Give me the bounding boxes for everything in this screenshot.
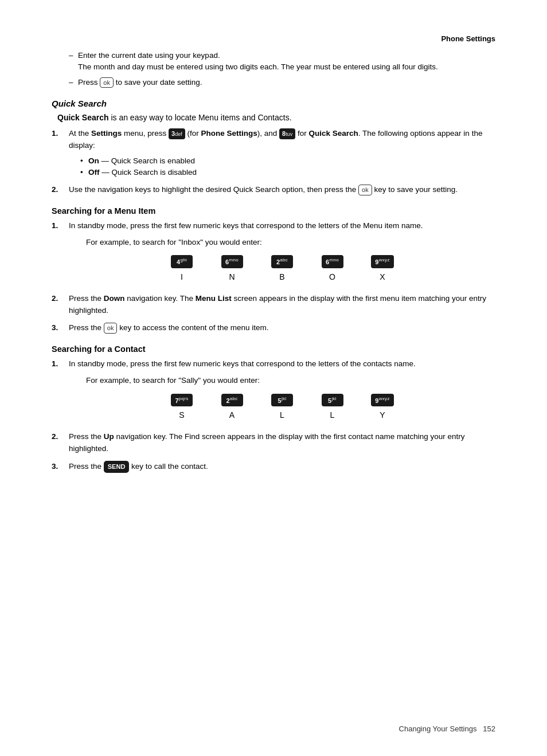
key-col-x: 9wxyz X	[362, 255, 403, 283]
option-off: Off — Quick Search is disabled	[80, 167, 495, 178]
key-9wxyz-2: 9wxyz	[371, 394, 393, 407]
key-col-a: 2abc A	[212, 394, 252, 422]
page: Phone Settings Enter the current date us…	[0, 0, 547, 756]
key-col-s: 7pqrs S	[162, 394, 202, 422]
contact-step-2: 2. Press the Up navigation key. The Find…	[52, 431, 495, 455]
letter-l1: L	[280, 409, 284, 422]
key-5jkl: 5jkl	[271, 394, 293, 407]
key-8tuv: 8tuv	[279, 128, 295, 139]
section-title: Quick Search	[52, 99, 495, 108]
contact-step-3: 3. Press the SEND key to call the contac…	[52, 461, 495, 473]
key-col-l1: 5jkl L	[262, 394, 302, 422]
letter-b: B	[279, 271, 284, 284]
key-col-o: 6mno O	[312, 255, 353, 283]
inbox-example-text: For example, to search for "Inbox" you w…	[86, 237, 495, 248]
preamble-item-1: Enter the current date using your keypad…	[69, 50, 495, 73]
ok-key-step2: ok	[358, 185, 372, 195]
menu-item-steps: 1. In standby mode, press the first few …	[52, 220, 495, 334]
key-4ghi: 4ghi	[171, 255, 193, 268]
menu-step-3: 3. Press the ok key to access the conten…	[52, 322, 495, 334]
key-6mno: 6mno	[221, 255, 243, 268]
key-2abc-2: 2abc	[221, 394, 243, 407]
sally-example-text: For example, to search for "Sally" you w…	[86, 375, 495, 386]
inbox-key-row: 4ghi I 6mno N 2abc B 6mno O 9wxyz X	[162, 255, 403, 283]
key-6mno-2: 6mno	[322, 255, 343, 268]
letter-a: A	[229, 409, 235, 422]
ok-key-menu-step3: ok	[104, 323, 118, 334]
page-footer: Changing Your Settings 152	[399, 724, 495, 733]
key-5jkl-2: 5jkl	[322, 394, 343, 407]
subsection-menu-item-title: Searching for a Menu Item	[52, 206, 495, 216]
page-number: 152	[483, 724, 495, 733]
main-step-1: 1. At the Settings menu, press 3def (for…	[52, 128, 495, 178]
preamble-item-2: Press ok to save your date setting.	[69, 77, 495, 88]
intro-rest: is an easy way to locate Menu items and …	[111, 113, 291, 122]
letter-o: O	[329, 271, 335, 284]
contact-steps: 1. In standby mode, press the first few …	[52, 358, 495, 472]
key-col-l2: 5jkl L	[312, 394, 353, 422]
letter-n: N	[229, 271, 235, 284]
header-title: Phone Settings	[441, 34, 495, 43]
main-steps: 1. At the Settings menu, press 3def (for…	[52, 128, 495, 196]
letter-i: I	[181, 271, 183, 284]
send-key: SEND	[104, 461, 130, 473]
letter-l2: L	[330, 409, 335, 422]
key-9wxyz: 9wxyz	[371, 255, 393, 268]
footer-text: Changing Your Settings	[399, 724, 477, 733]
subsection-contact-title: Searching for a Contact	[52, 344, 495, 354]
menu-step-2: 2. Press the Down navigation key. The Me…	[52, 293, 495, 317]
sally-key-row: 7pqrs S 2abc A 5jkl L 5jkl L 9wxyz Y	[162, 394, 403, 422]
letter-x: X	[380, 271, 385, 284]
key-7pqrs: 7pqrs	[171, 394, 193, 407]
key-col-i: 4ghi I	[162, 255, 202, 283]
key-col-y: 9wxyz Y	[362, 394, 403, 422]
key-2abc: 2abc	[271, 255, 293, 268]
letter-y: Y	[380, 409, 385, 422]
ok-key-inline: ok	[100, 77, 114, 88]
option-on: On — Quick Search is enabled	[80, 155, 495, 167]
letter-s: S	[179, 409, 184, 422]
key-col-b: 2abc B	[262, 255, 302, 283]
key-col-n: 6mno N	[212, 255, 252, 283]
key-3def: 3def	[169, 128, 185, 139]
page-header: Phone Settings	[52, 34, 495, 43]
section-intro: Quick Search is an easy way to locate Me…	[52, 113, 495, 122]
quick-search-options: On — Quick Search is enabled Off — Quick…	[69, 155, 495, 179]
contact-step-1: 1. In standby mode, press the first few …	[52, 358, 495, 422]
main-step-2: 2. Use the navigation keys to highlight …	[52, 184, 495, 196]
menu-step-1: 1. In standby mode, press the first few …	[52, 220, 495, 284]
